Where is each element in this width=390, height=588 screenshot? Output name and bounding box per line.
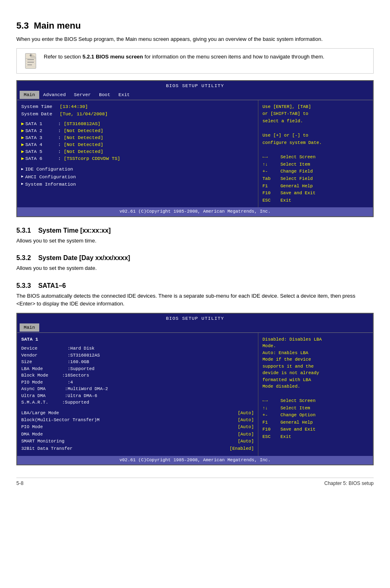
dev-key-3: LBA Mode — [21, 366, 62, 373]
svg-rect-7 — [27, 62, 34, 63]
right-text-3: select a field. — [262, 118, 369, 125]
bios2-menu-main[interactable]: Main — [20, 323, 39, 332]
nav-key-f10-1: F10 — [262, 190, 279, 197]
bios-menu-bar-2: Main — [17, 323, 373, 332]
sata-5-value: [Not Detected] — [64, 148, 103, 155]
nav2-key-f10: F10 — [262, 426, 279, 433]
device-row-0: Device :Hard Disk — [21, 345, 254, 352]
sub-heading-532: 5.3.2 System Date [Day xx/xx/xxxx] — [16, 254, 374, 262]
system-info-label: System Information — [25, 181, 76, 188]
bios-menu-exit[interactable]: Exit — [114, 91, 134, 99]
dev-key-4: Block Mode — [21, 372, 62, 379]
bios-content-1: System Time [13:44:30] System Date [Tue,… — [17, 100, 373, 208]
sub-heading-533: 5.3.3 SATA1–6 — [16, 282, 374, 290]
r2-t6: devide is not already — [262, 370, 369, 377]
opt-val-2: [Auto] — [238, 424, 254, 430]
sata1-header: SATA 1 — [21, 336, 254, 343]
sata-2-label: SATA 2 — [25, 128, 58, 134]
bios-sata-5-row: ▶ SATA 5 : [Not Detected] — [21, 148, 254, 155]
sub-number-532: 5.3.2 — [16, 254, 31, 261]
bios-footer-2: v02.61 (C)Copyright 1985-2008, American … — [17, 456, 373, 465]
device-row-4: Block Mode :16Sectors — [21, 372, 254, 379]
opt-label-4: SMART Monitoring — [21, 438, 65, 444]
nav-key-lr-1: ←→ — [262, 154, 279, 161]
bios-screen-2: BIOS SETUP UTILITY Main SATA 1 Device :H… — [16, 313, 374, 466]
nav-key-esc-1: ESC — [262, 197, 279, 204]
opt-label-5: 32Bit Data Transfer — [21, 446, 72, 452]
nav2-desc-esc: Exit — [280, 433, 291, 441]
nav-f1-1: F1 General Help — [262, 183, 369, 190]
nav-desc-pm-1: Change Field — [280, 168, 313, 175]
nav-pm-1: +- Change Field — [262, 168, 369, 175]
r2-t7: formatted with LBA — [262, 377, 369, 384]
device-row-7: Ultra DMA :Ultra DMA-6 — [21, 393, 254, 399]
sub-heading-531: 5.3.1 System Time [xx:xx:xx] — [16, 227, 374, 234]
ahci-config-item[interactable]: AHCI Configuration — [21, 174, 254, 180]
nav2-ud: ↑↓ Select Item — [262, 405, 369, 412]
opt-row-0: LBA/Large Mode [Auto] — [21, 410, 254, 416]
device-row-1: Vendor :ST3160812AS — [21, 352, 254, 359]
footer-right: Chapter 5: BIOS setup — [324, 480, 374, 486]
device-info: Device :Hard Disk Vendor :ST3160812AS Si… — [21, 345, 254, 406]
opt-row-5: 32Bit Data Transfer [Enabled] — [21, 446, 254, 452]
system-date-value: [Tue, 11/04/2008] — [60, 111, 108, 117]
device-row-5: PIO Mode :4 — [21, 379, 254, 386]
bios-left-panel-2: SATA 1 Device :Hard Disk Vendor :ST31608… — [17, 333, 258, 456]
sata-4-label: SATA 4 — [25, 141, 58, 148]
nav2-key-f1: F1 — [262, 419, 279, 426]
nav-key-f1-1: F1 — [262, 183, 279, 190]
opt-val-4: [Auto] — [238, 438, 254, 444]
opt-label-1: Block(Multi-Sector Transfer)M — [21, 417, 99, 423]
right-text-6: configure system Date. — [262, 139, 369, 147]
r2-t3: Auto: Enables LBA — [262, 350, 369, 357]
sub-title-532: System Date [Day xx/xx/xxxx] — [38, 254, 130, 261]
sata-4-value: [Not Detected] — [64, 141, 103, 148]
nav2-f10: F10 Save and Exit — [262, 426, 369, 433]
nav-esc-1: ESC Exit — [262, 197, 369, 204]
dev-key-2: Size — [21, 359, 62, 366]
sub-title-531: System Time [xx:xx:xx] — [38, 227, 111, 234]
r2-t2: Mode. — [262, 343, 369, 350]
system-time-value: [13:44:30] — [60, 103, 88, 110]
section-number: 5.3 — [16, 20, 29, 31]
note-box: Refer to section 5.2.1 BIOS menu screen … — [16, 48, 374, 74]
bios-system-date-row: System Date [Tue, 11/04/2008] — [21, 111, 254, 117]
svg-rect-8 — [27, 64, 32, 65]
nav2-key-pm: +- — [262, 412, 279, 419]
nav2-pm: +- Change Option — [262, 412, 369, 419]
device-row-8: S.M.A.R.T. :Supported — [21, 399, 254, 406]
bios-screen-1: BIOS SETUP UTILITY Main Advanced Server … — [16, 80, 374, 217]
dev-key-5: PIO Mode — [21, 379, 62, 386]
nav2-desc-ud: Select Item — [280, 405, 310, 412]
nav2-desc-f1: General Help — [280, 419, 313, 426]
sata-5-label: SATA 5 — [25, 148, 58, 155]
bios-menu-boot[interactable]: Boot — [95, 91, 114, 99]
nav2-esc: ESC Exit — [262, 433, 369, 441]
ide-config-item[interactable]: IDE Configuration — [21, 166, 254, 173]
opt-row-1: Block(Multi-Sector Transfer)M [Auto] — [21, 417, 254, 423]
bios-nav-2: ←→ Select Screen ↑↓ Select Item +- Chang… — [262, 397, 369, 441]
dev-key-7: Ultra DMA — [21, 393, 62, 399]
r2-t8: Mode disabled. — [262, 383, 369, 390]
bios-menu-main[interactable]: Main — [20, 91, 39, 99]
system-info-item[interactable]: System Information — [21, 181, 254, 188]
ahci-config-label: AHCI Configuration — [25, 174, 76, 180]
note-text: Refer to section 5.2.1 BIOS menu screen … — [44, 53, 324, 61]
bios-sata-3-row: ▶ SATA 3 : [Not Detected] — [21, 135, 254, 141]
sub-title-533: SATA1–6 — [38, 282, 66, 289]
opt-row-3: DMA Mode [Auto] — [21, 431, 254, 438]
bios-content-2: SATA 1 Device :Hard Disk Vendor :ST31608… — [17, 333, 373, 456]
bios-menu-advanced[interactable]: Advanced — [39, 91, 70, 99]
opt-val-0: [Auto] — [238, 410, 254, 416]
dev-key-1: Vendor — [21, 352, 62, 359]
bios-right-panel-2: Disabled: Disables LBA Mode. Auto: Enabl… — [258, 333, 373, 456]
bios-sata-1-row: ▶ SATA 1 : [ST3160812AS] — [21, 121, 254, 127]
opt-row-2: PIO Mode [Auto] — [21, 424, 254, 430]
nav2-key-esc: ESC — [262, 433, 279, 441]
bios-menu-server[interactable]: Server — [70, 91, 95, 99]
body-531: Allows you to set the system time. — [16, 237, 374, 245]
bios-sata-4-row: ▶ SATA 4 : [Not Detected] — [21, 141, 254, 148]
nav-desc-lr-1: Select Screen — [280, 154, 316, 161]
nav-desc-f10-1: Save and Exit — [280, 190, 316, 197]
device-row-3: LBA Mode :Supported — [21, 366, 254, 373]
